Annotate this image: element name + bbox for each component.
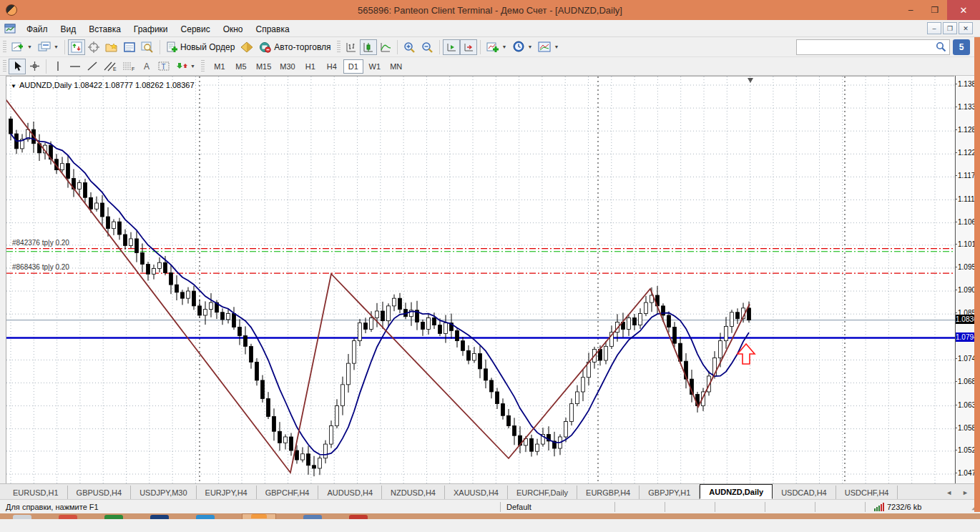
metaeditor-button[interactable]	[237, 39, 256, 55]
toolbar-grip[interactable]	[337, 41, 340, 54]
taskbar-app-icon[interactable]	[104, 515, 123, 519]
text-label-tool-button[interactable]: T	[155, 59, 173, 74]
vertical-line-tool-button[interactable]	[49, 59, 67, 74]
child-minimize-button[interactable]: –	[927, 22, 941, 34]
tab-scroll-left-icon[interactable]: ◄	[946, 489, 952, 496]
timeframe-M1[interactable]: M1	[210, 59, 230, 74]
title-bar[interactable]: 565896: Panteon Client Terminal - Демо С…	[0, 0, 980, 20]
bar-chart-button[interactable]	[343, 39, 360, 55]
status-cell	[765, 502, 815, 512]
menu-item-Окно[interactable]: Окно	[217, 22, 250, 36]
timeframe-M30[interactable]: M30	[276, 59, 298, 74]
terminal-button[interactable]	[121, 39, 138, 55]
tab-USDJPY,M30[interactable]: USDJPY,M30	[131, 486, 196, 499]
timeframe-MN[interactable]: MN	[386, 59, 406, 74]
tab-scroll-right-icon[interactable]: ►	[962, 489, 969, 496]
child-close-button[interactable]: ✕	[959, 22, 973, 34]
chevron-down-icon[interactable]: ▼	[11, 83, 16, 89]
menu-item-Сервис[interactable]: Сервис	[175, 22, 217, 36]
maximize-button[interactable]: ❒	[923, 0, 947, 20]
search-input[interactable]	[796, 39, 950, 55]
chart-plot-area[interactable]: ▼AUDNZD,Daily 1.08422 1.08777 1.08262 1.…	[6, 76, 954, 483]
navigator-button[interactable]	[102, 39, 121, 55]
timeframe-M15[interactable]: M15	[253, 59, 275, 74]
toolbar-grip[interactable]	[3, 60, 6, 73]
autotrade-button[interactable]: Авто-торговля	[256, 39, 333, 55]
candlestick-chart-canvas[interactable]	[6, 77, 955, 484]
tab-EURCHF,Daily[interactable]: EURCHF,Daily	[508, 486, 577, 499]
zoom-out-button[interactable]	[418, 39, 436, 55]
trendline-tool-button[interactable]	[84, 59, 101, 74]
timeframe-H1[interactable]: H1	[300, 59, 320, 74]
tab-AUDNZD,Daily[interactable]: AUDNZD,Daily	[700, 484, 773, 499]
new-order-button[interactable]: Новый Ордер	[163, 39, 237, 55]
svg-text:A: A	[144, 61, 150, 72]
text-tool-button[interactable]: A	[138, 59, 155, 74]
fibonacci-icon: F	[122, 61, 135, 72]
profiles-icon	[38, 41, 51, 53]
timeframe-H4[interactable]: H4	[322, 59, 342, 74]
timeframe-M5[interactable]: M5	[231, 59, 251, 74]
fibonacci-tool-button[interactable]: F	[119, 59, 138, 74]
new-chart-button[interactable]: ▼	[9, 39, 35, 55]
tab-USDCHF,H4[interactable]: USDCHF,H4	[836, 486, 898, 499]
status-profile[interactable]: Default	[501, 502, 615, 512]
arrows-tool-button[interactable]: ▼	[173, 59, 198, 74]
horizontal-line-tool-button[interactable]	[67, 59, 84, 74]
tab-EURGBP,H4[interactable]: EURGBP,H4	[577, 486, 640, 499]
menu-item-Вид[interactable]: Вид	[54, 22, 83, 36]
tab-EURJPY,H4[interactable]: EURJPY,H4	[197, 486, 257, 499]
chart-window[interactable]: ▼AUDNZD,Daily 1.08422 1.08777 1.08262 1.…	[0, 76, 980, 483]
crosshair-icon	[29, 61, 40, 72]
toolbar-separator	[439, 40, 440, 54]
tab-NZDUSD,H4[interactable]: NZDUSD,H4	[382, 486, 445, 499]
chart-shift-button[interactable]	[460, 39, 477, 55]
chart-ohlc-readout[interactable]: ▼AUDNZD,Daily 1.08422 1.08777 1.08262 1.…	[11, 81, 195, 89]
taskbar-app-icon[interactable]	[59, 515, 77, 519]
status-bar: Для справки, нажмите F1 Default 7232/6 k…	[0, 499, 980, 513]
tab-scroll-arrows[interactable]: ◄►	[946, 489, 969, 496]
tab-GBPUSD,H4[interactable]: GBPUSD,H4	[68, 486, 132, 499]
periods-button[interactable]: ▼	[510, 39, 536, 55]
indicators-button[interactable]: ▼	[484, 39, 510, 55]
channel-tool-button[interactable]: E	[101, 59, 119, 74]
toolbar-grip[interactable]	[201, 60, 205, 73]
price-axis[interactable]: 1.138951.133551.128151.122751.117351.111…	[955, 76, 974, 496]
templates-button[interactable]: ▼	[535, 39, 562, 55]
strategy-tester-button[interactable]	[138, 39, 157, 55]
toolbar-grip[interactable]	[3, 41, 6, 54]
tab-XAUUSD,H4[interactable]: XAUUSD,H4	[445, 486, 508, 499]
tab-GBPCHF,H4[interactable]: GBPCHF,H4	[257, 486, 319, 499]
child-restore-button[interactable]: ❐	[943, 22, 957, 34]
taskbar-app-icon[interactable]	[150, 515, 169, 519]
taskbar-app-icon[interactable]	[303, 515, 322, 519]
taskbar-start-icon[interactable]	[13, 515, 31, 519]
taskbar-app-icon[interactable]	[196, 515, 215, 519]
timeframe-D1[interactable]: D1	[343, 59, 363, 74]
tab-USDCAD,H4[interactable]: USDCAD,H4	[773, 486, 836, 499]
profiles-button[interactable]: ▼	[35, 39, 62, 55]
menu-item-Справка[interactable]: Справка	[250, 22, 296, 36]
cursor-tool-button[interactable]	[9, 59, 26, 74]
menu-item-Графики[interactable]: Графики	[127, 22, 175, 36]
menu-item-Вставка[interactable]: Вставка	[82, 22, 127, 36]
crosshair-tool-button[interactable]	[26, 59, 43, 74]
data-window-button[interactable]	[85, 39, 102, 55]
notifications-badge-button[interactable]: 5	[953, 39, 970, 55]
window-border	[974, 37, 980, 512]
menu-item-Файл[interactable]: Файл	[20, 22, 54, 36]
tab-GBPJPY,H1[interactable]: GBPJPY,H1	[640, 486, 700, 499]
taskbar-active-app[interactable]	[242, 513, 276, 519]
zoom-in-button[interactable]	[401, 39, 418, 55]
timeframe-W1[interactable]: W1	[365, 59, 385, 74]
line-chart-button[interactable]	[377, 39, 394, 55]
tab-AUDUSD,H4[interactable]: AUDUSD,H4	[318, 486, 382, 499]
candlestick-chart-button[interactable]	[360, 39, 377, 55]
windows-taskbar[interactable]	[0, 513, 980, 519]
close-button[interactable]: ✕	[947, 0, 980, 20]
taskbar-app-icon[interactable]	[349, 515, 368, 519]
market-watch-button[interactable]	[68, 39, 85, 55]
auto-scroll-button[interactable]	[443, 39, 460, 55]
tab-EURUSD,H1[interactable]: EURUSD,H1	[4, 486, 68, 499]
minimize-button[interactable]: –	[898, 0, 923, 20]
